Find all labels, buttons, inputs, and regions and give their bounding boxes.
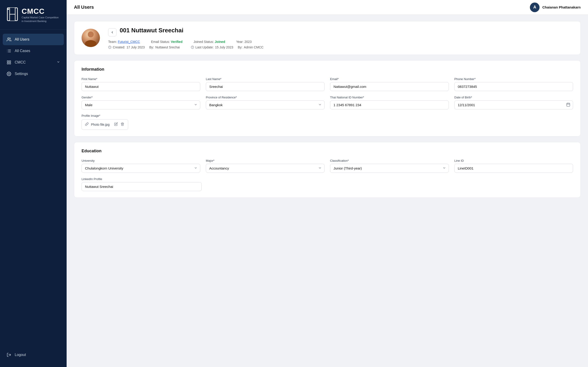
last-update-value: 15 July 2023 xyxy=(215,45,233,49)
sidebar-item-settings[interactable]: Settings xyxy=(0,68,67,80)
line-id-input[interactable] xyxy=(454,164,573,173)
joined-status-value: Joined xyxy=(215,40,225,44)
sidebar-item-cmcc[interactable]: CMCC xyxy=(0,57,67,68)
edit-file-button[interactable] xyxy=(114,122,118,127)
file-input-box: Photo file.jpg xyxy=(82,119,128,130)
thai-id-input[interactable] xyxy=(330,100,449,109)
svg-rect-16 xyxy=(7,63,9,64)
svg-rect-13 xyxy=(7,60,9,62)
gender-group: Gender* Male Female Other xyxy=(82,96,200,109)
last-name-label: Last Name* xyxy=(206,77,325,81)
list-icon xyxy=(6,48,11,53)
svg-point-6 xyxy=(8,38,9,39)
team-link[interactable]: Futurist_CMCC xyxy=(118,40,140,44)
province-label: Province of Residence* xyxy=(206,96,325,99)
logout-icon xyxy=(6,352,11,357)
major-select[interactable]: Accountancy Finance Economics xyxy=(206,164,325,173)
phone-input[interactable] xyxy=(454,82,573,91)
svg-point-5 xyxy=(8,8,9,10)
email-label: Email* xyxy=(330,77,449,81)
sidebar-item-logout-label: Logout xyxy=(15,353,60,357)
phone-group: Phone Number* xyxy=(454,77,573,91)
thai-id-group: Thai National ID Number* xyxy=(330,96,449,109)
link-icon xyxy=(85,122,89,127)
main-content: All Users A Chaianan Phattanakarn xyxy=(67,0,588,367)
sidebar-item-all-users-label: All Users xyxy=(15,37,60,42)
major-label: Major* xyxy=(206,159,325,162)
profile-full-title: 001 Nuttawut Sreechai xyxy=(120,27,183,34)
last-name-input[interactable] xyxy=(206,82,325,91)
sidebar-bottom: Logout xyxy=(0,349,67,367)
header-username: Chaianan Phattanakarn xyxy=(542,5,581,9)
profile-created: Created: 17 July 2023 By: Nuttawut Srech… xyxy=(108,45,180,49)
linkedin-label: LinkedIn Profile xyxy=(82,177,202,181)
first-name-label: First Name* xyxy=(82,77,200,81)
created-value: 17 July 2023 xyxy=(127,45,145,49)
province-select-wrap: Bangkok Chiang Mai xyxy=(206,100,325,109)
profile-avatar xyxy=(82,29,100,47)
email-input[interactable] xyxy=(330,82,449,91)
last-name-group: Last Name* xyxy=(206,77,325,91)
classification-label: Classification* xyxy=(330,159,449,162)
sidebar-item-cmcc-label: CMCC xyxy=(15,60,53,65)
svg-rect-21 xyxy=(567,103,570,106)
profile-team: Team: Futurist_CMCC xyxy=(108,40,140,44)
created-by-value: Nuttawut Srechai xyxy=(155,45,180,49)
dob-group: Date of Birth* xyxy=(454,96,573,109)
header-user: A Chaianan Phattanakarn xyxy=(530,2,581,12)
gender-select[interactable]: Male Female Other xyxy=(82,100,200,109)
logo-icon xyxy=(6,7,18,21)
header: All Users A Chaianan Phattanakarn xyxy=(67,0,588,15)
year-value: 2023 xyxy=(244,40,251,44)
university-group: University Chulalongkorn University Tham… xyxy=(82,159,200,173)
sidebar-item-settings-label: Settings xyxy=(15,72,60,76)
profile-email-status: Email Status: Verified xyxy=(151,40,182,44)
dob-input[interactable] xyxy=(454,100,573,109)
logo-title: CMCC xyxy=(22,7,59,15)
content-scroll: 001 Nuttawut Sreechai Team: Futurist_CMC… xyxy=(67,15,588,367)
sidebar: CMCC Capital Market Case Competitionin I… xyxy=(0,0,67,367)
sidebar-item-logout[interactable]: Logout xyxy=(0,349,67,361)
university-label: University xyxy=(82,159,200,162)
line-id-label: Line ID xyxy=(454,159,573,162)
education-form-grid: University Chulalongkorn University Tham… xyxy=(82,159,573,173)
province-select[interactable]: Bangkok Chiang Mai xyxy=(206,100,325,109)
information-form-grid: First Name* Last Name* Email* Phone Numb… xyxy=(82,77,573,91)
file-actions xyxy=(114,122,125,127)
classification-select[interactable]: Junior (Third-year) Freshman (First-year… xyxy=(330,164,449,173)
profile-year: Year: 2023 xyxy=(236,40,251,44)
classification-select-wrap: Junior (Third-year) Freshman (First-year… xyxy=(330,164,449,173)
delete-file-button[interactable] xyxy=(120,122,125,127)
grid-icon xyxy=(6,60,11,65)
information-section-title: Information xyxy=(82,67,573,72)
education-card: Education University Chulalongkorn Unive… xyxy=(74,142,581,198)
information-form-grid-2: Gender* Male Female Other Province of Re… xyxy=(82,96,573,109)
sidebar-nav: All Users All Cases xyxy=(0,30,67,349)
file-name-text: Photo file.jpg xyxy=(91,123,110,126)
sidebar-item-all-users[interactable]: All Users xyxy=(3,34,64,45)
by-admin-value: Admin CMCC xyxy=(244,45,264,49)
avatar: A xyxy=(530,2,540,12)
users-icon xyxy=(6,37,11,42)
logo-section: CMCC Capital Market Case Competitionin I… xyxy=(0,0,67,30)
email-group: Email* xyxy=(330,77,449,91)
calendar-icon xyxy=(566,102,570,108)
chevron-down-icon xyxy=(57,60,60,65)
dob-input-wrap xyxy=(454,100,573,109)
university-select[interactable]: Chulalongkorn University Thammasat Unive… xyxy=(82,164,200,173)
profile-image-section: Profile Image* Photo file.jpg xyxy=(82,114,573,130)
sidebar-item-all-cases[interactable]: All Cases xyxy=(0,45,67,57)
logo-subtitle: Capital Market Case Competitionin Invest… xyxy=(22,16,59,23)
classification-group: Classification* Junior (Third-year) Fres… xyxy=(330,159,449,173)
dob-label: Date of Birth* xyxy=(454,96,573,99)
gender-label: Gender* xyxy=(82,96,200,99)
back-button[interactable] xyxy=(108,28,116,36)
linkedin-input[interactable] xyxy=(82,182,202,191)
gender-select-wrap: Male Female Other xyxy=(82,100,200,109)
information-card: Information First Name* Last Name* Email… xyxy=(74,60,581,136)
education-section-title: Education xyxy=(82,149,573,153)
first-name-input[interactable] xyxy=(82,82,200,91)
profile-last-update: Last Update: 15 July 2023 By: Admin CMCC xyxy=(191,45,263,49)
sidebar-item-all-cases-label: All Cases xyxy=(15,49,60,53)
svg-point-17 xyxy=(9,73,10,74)
